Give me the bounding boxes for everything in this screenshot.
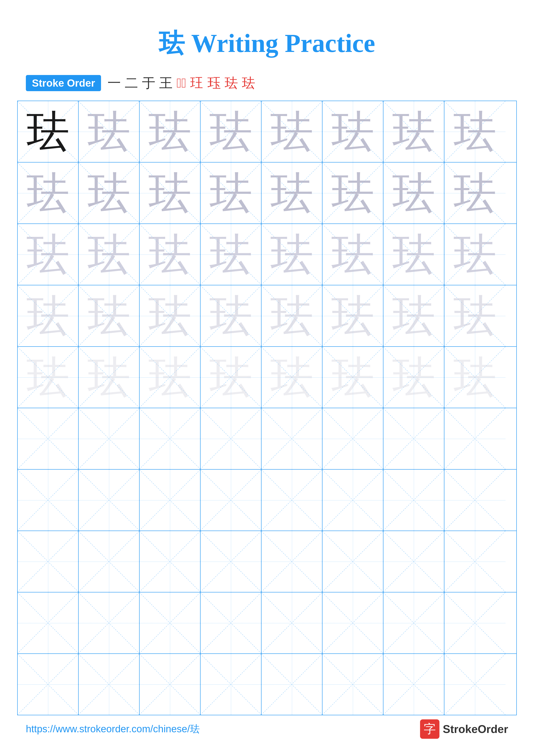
grid-cell[interactable] [383,592,445,653]
grid-cell[interactable]: 珐 [18,347,79,408]
grid-cell[interactable]: 珐 [140,347,201,408]
grid-cell[interactable] [322,531,383,592]
grid-cell[interactable]: 珐 [79,101,140,162]
grid-cell[interactable] [322,592,383,653]
grid-cell[interactable] [18,408,79,469]
grid-cell[interactable] [445,408,505,469]
svg-line-93 [383,408,444,469]
grid-cell[interactable] [262,592,322,653]
grid-cell[interactable]: 珐 [322,224,383,285]
grid-cell[interactable]: 珐 [201,162,262,224]
grid-cell[interactable] [201,408,262,469]
footer-url[interactable]: https://www.strokeorder.com/chinese/珐 [26,722,200,736]
grid-cell[interactable] [201,654,262,715]
grid-cell[interactable]: 珐 [201,347,262,408]
svg-line-124 [383,531,444,592]
footer-logo-text: StrokeOrder [443,723,508,736]
grid-cell[interactable]: 珐 [79,285,140,346]
grid-cell[interactable]: 珐 [445,224,505,285]
grid-cell[interactable] [445,592,505,653]
svg-line-112 [18,531,78,592]
grid-cell[interactable]: 珐 [383,347,445,408]
grid-cell[interactable]: 珐 [445,162,505,224]
grid-cell[interactable] [79,592,140,653]
grid-cell[interactable] [140,408,201,469]
grid-cell[interactable] [140,470,201,530]
grid-cell[interactable]: 珐 [79,162,140,224]
char-display: 珐 [209,110,252,153]
svg-line-110 [445,470,505,530]
grid-cell[interactable] [140,531,201,592]
grid-cell[interactable]: 珐 [322,285,383,346]
grid-cell[interactable]: 珐 [383,162,445,224]
grid-cell[interactable]: 珐 [201,224,262,285]
grid-cell[interactable] [322,470,383,530]
grid-cell[interactable] [383,408,445,469]
grid-cell[interactable]: 珐 [322,101,383,162]
grid-cell[interactable] [18,592,79,653]
grid-cell[interactable] [140,654,201,715]
grid-cell[interactable]: 珐 [18,101,79,162]
grid-cell[interactable]: 珐 [140,285,201,346]
grid-cell[interactable]: 珐 [262,347,322,408]
grid-cell[interactable]: 珐 [383,285,445,346]
char-display: 珐 [27,172,69,215]
char-display: 珐 [209,294,252,338]
grid-cell[interactable] [383,470,445,530]
grid-cell[interactable] [18,654,79,715]
grid-cell[interactable] [140,592,201,653]
grid-cell[interactable] [18,531,79,592]
grid-cell[interactable]: 珐 [140,101,201,162]
grid-cell[interactable] [18,470,79,530]
grid-cell[interactable] [262,408,322,469]
grid-cell[interactable] [262,470,322,530]
grid-cell[interactable]: 珐 [201,101,262,162]
grid-cell[interactable] [201,531,262,592]
grid-cell[interactable]: 珐 [322,162,383,224]
grid-cell[interactable]: 珐 [18,162,79,224]
char-display: 珐 [453,356,496,399]
grid-cell[interactable]: 珐 [445,347,505,408]
grid-cell[interactable]: 珐 [79,347,140,408]
svg-line-89 [262,408,322,469]
char-display: 珐 [148,294,191,338]
grid-row-7 [18,470,516,531]
grid-cell[interactable]: 珐 [383,101,445,162]
grid-cell[interactable] [383,654,445,715]
grid-cell[interactable] [79,470,140,530]
svg-line-84 [140,408,200,469]
grid-cell[interactable] [445,470,505,530]
grid-cell[interactable] [383,531,445,592]
grid-cell[interactable]: 珐 [140,162,201,224]
stroke-4: 王 [159,74,172,92]
grid-row-10 [18,654,516,715]
grid-cell[interactable] [201,592,262,653]
char-display: 珐 [392,110,435,153]
grid-cell[interactable]: 珐 [18,285,79,346]
char-display: 珐 [27,110,69,153]
grid-cell[interactable]: 珐 [383,224,445,285]
grid-cell[interactable]: 珐 [140,224,201,285]
grid-cell[interactable]: 珐 [79,224,140,285]
grid-cell[interactable] [262,654,322,715]
grid-cell[interactable] [445,531,505,592]
grid-cell[interactable]: 珐 [445,101,505,162]
grid-cell[interactable]: 珐 [445,285,505,346]
svg-line-90 [322,408,383,469]
grid-cell[interactable]: 珐 [262,285,322,346]
char-display: 珐 [453,110,496,153]
grid-cell[interactable] [322,408,383,469]
grid-cell[interactable] [79,654,140,715]
grid-cell[interactable]: 珐 [262,162,322,224]
grid-cell[interactable] [201,470,262,530]
grid-cell[interactable] [262,531,322,592]
grid-cell[interactable] [322,654,383,715]
grid-cell[interactable]: 珐 [322,347,383,408]
grid-cell[interactable]: 珐 [18,224,79,285]
grid-cell[interactable] [79,531,140,592]
grid-cell[interactable] [79,408,140,469]
grid-cell[interactable] [445,654,505,715]
grid-cell[interactable]: 珐 [262,224,322,285]
grid-cell[interactable]: 珐 [262,101,322,162]
grid-cell[interactable]: 珐 [201,285,262,346]
